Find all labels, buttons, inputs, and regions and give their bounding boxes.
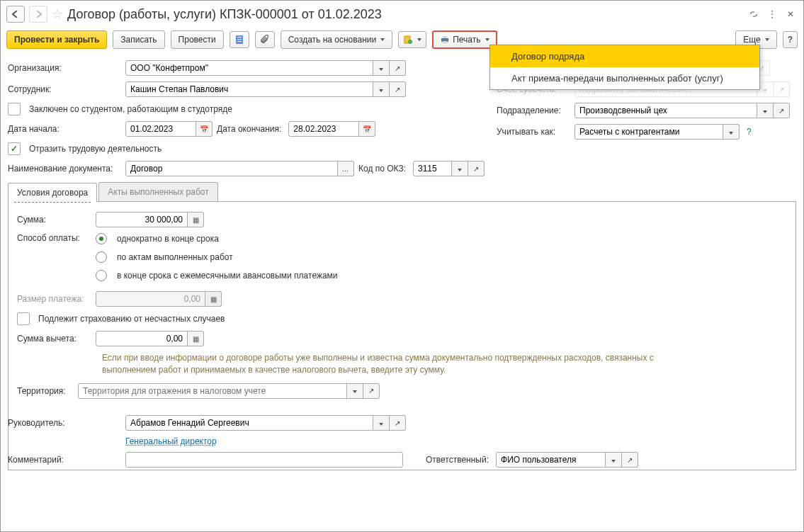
responsible-input[interactable] (496, 452, 606, 468)
docname-label: Наименование документа: (8, 164, 121, 174)
okz-input[interactable] (413, 161, 452, 176)
division-open[interactable] (774, 103, 790, 118)
territory-dropdown[interactable] (347, 383, 363, 399)
save-button[interactable]: Записать (113, 30, 164, 49)
link-icon[interactable] (747, 7, 761, 21)
comment-input[interactable] (125, 452, 403, 468)
manager-position-link[interactable]: Генеральный директор (125, 436, 217, 446)
sum-label: Сумма: (17, 215, 91, 225)
nav-back-button[interactable] (6, 6, 25, 23)
account-as-dropdown[interactable] (723, 124, 740, 140)
date-end-picker[interactable] (359, 121, 375, 137)
insurance-checkbox-label: Подлежит страхованию от несчастных случа… (38, 314, 225, 324)
date-end-input[interactable] (288, 121, 359, 137)
post-button[interactable]: Провести (171, 30, 224, 49)
okz-dropdown[interactable] (452, 161, 468, 176)
docname-ellipsis[interactable]: … (338, 161, 354, 176)
responsible-label: Ответственный: (426, 455, 492, 465)
payment-radio-acts[interactable] (96, 251, 107, 263)
svg-rect-7 (443, 36, 447, 38)
territory-input[interactable] (78, 383, 347, 399)
date-start-label: Дата начала: (8, 124, 121, 134)
comment-label: Комментарий: (8, 455, 121, 465)
responsible-open[interactable] (622, 452, 638, 468)
print-menu-item-act[interactable]: Акт приема-передачи выполненных работ (у… (490, 67, 759, 89)
manager-open[interactable] (390, 415, 406, 431)
manager-label: Руководитель: (8, 418, 121, 428)
print-dropdown-menu: Договор подряда Акт приема-передачи выпо… (489, 45, 760, 90)
organization-label: Организация: (8, 63, 121, 73)
territory-label: Территория: (17, 386, 74, 396)
division-input[interactable] (574, 103, 757, 118)
svg-rect-8 (443, 41, 447, 43)
tab-acts[interactable]: Акты выполненных работ (98, 182, 217, 201)
sum-input[interactable] (96, 212, 188, 227)
help-button[interactable]: ? (783, 31, 798, 48)
window-title: Договор (работы, услуги) КПЗК-000001 от … (67, 7, 382, 22)
payment-size-input (96, 291, 205, 307)
post-and-close-button[interactable]: Провести и закрыть (6, 30, 107, 49)
favorite-star-icon[interactable]: ☆ (52, 6, 63, 22)
payment-method-label: Способ оплаты: (17, 233, 91, 243)
employee-label: Сотрудник: (8, 84, 121, 94)
division-label: Подразделение: (497, 106, 570, 115)
sum-calc[interactable] (188, 212, 204, 227)
payment-size-calc (205, 291, 222, 307)
organization-input[interactable] (125, 60, 373, 76)
svg-rect-2 (237, 39, 242, 40)
nav-forward-button[interactable] (29, 6, 47, 23)
employee-dropdown[interactable] (373, 81, 390, 97)
reflect-activity-label: Отразить трудовую деятельность (29, 144, 162, 154)
account-as-input[interactable] (574, 124, 723, 140)
manager-dropdown[interactable] (373, 415, 390, 431)
date-start-picker[interactable] (196, 121, 213, 137)
account-as-label: Учитывать как: (497, 127, 570, 137)
attachment-icon-button[interactable] (255, 31, 275, 48)
manager-input[interactable] (125, 415, 373, 431)
payment-radio-once[interactable] (96, 233, 107, 244)
territory-open[interactable] (363, 383, 380, 399)
date-start-input[interactable] (125, 121, 196, 137)
division-dropdown[interactable] (757, 103, 774, 118)
payment-radio-once-label: однократно в конце срока (117, 234, 219, 244)
deduction-label: Сумма вычета: (17, 334, 91, 344)
hidden-open[interactable] (774, 81, 790, 97)
reflect-activity-checkbox[interactable] (8, 142, 21, 155)
payment-radio-advance[interactable] (96, 270, 107, 281)
okz-label: Код по ОКЗ: (358, 164, 409, 174)
payment-radio-advance-label: в конце срока с ежемесячными авансовыми … (117, 271, 338, 281)
date-end-label: Дата окончания: (217, 124, 284, 134)
deduction-input[interactable] (96, 331, 188, 346)
account-help-icon[interactable]: ? (747, 127, 752, 137)
deduction-hint: Если при вводе информации о договоре раб… (102, 352, 655, 376)
report-icon-button[interactable] (230, 31, 249, 48)
svg-rect-3 (237, 41, 242, 42)
paste-icon-button[interactable] (398, 31, 426, 48)
student-checkbox[interactable] (8, 103, 21, 115)
docname-input[interactable] (125, 161, 338, 176)
organization-open[interactable] (390, 60, 406, 76)
insurance-checkbox[interactable] (17, 312, 30, 325)
employee-input[interactable] (125, 81, 373, 97)
payment-size-label: Размер платежа: (17, 294, 91, 304)
employee-open[interactable] (390, 81, 406, 97)
svg-rect-1 (237, 37, 242, 38)
deduction-calc[interactable] (188, 331, 204, 346)
print-menu-item-contract[interactable]: Договор подряда (490, 45, 759, 67)
print-button[interactable]: Печать (432, 30, 497, 49)
student-checkbox-label: Заключен со студентом, работающим в студ… (29, 104, 232, 114)
tab-contract-terms[interactable]: Условия договора (8, 183, 97, 202)
okz-open[interactable] (468, 161, 485, 176)
payment-radio-acts-label: по актам выполненных работ (117, 252, 233, 262)
create-based-on-button[interactable]: Создать на основании (281, 30, 393, 49)
kebab-menu-icon[interactable]: ⋮ (765, 7, 779, 21)
responsible-dropdown[interactable] (606, 452, 622, 468)
svg-point-5 (408, 40, 412, 44)
organization-dropdown[interactable] (373, 60, 390, 76)
close-icon[interactable]: ✕ (783, 7, 798, 21)
